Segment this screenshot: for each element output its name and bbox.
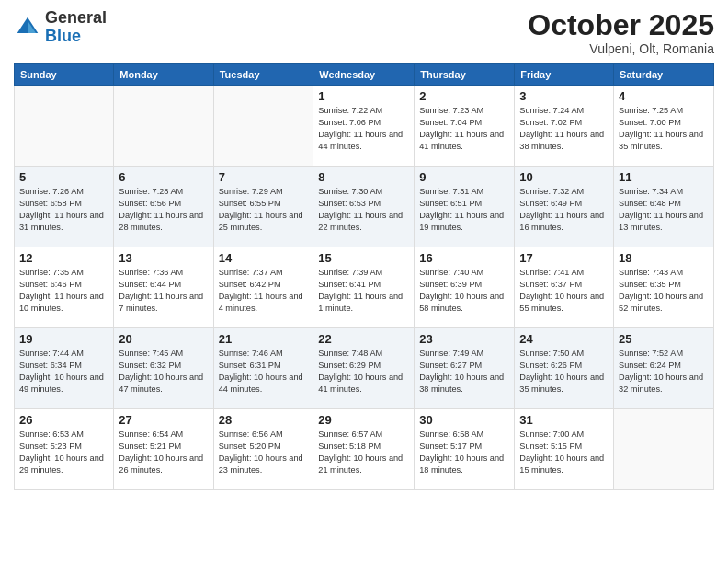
day-number: 8 [318,170,409,184]
day-number: 2 [419,89,509,103]
calendar-day-cell: 18Sunrise: 7:43 AM Sunset: 6:35 PM Dayli… [614,247,714,328]
day-info: Sunrise: 7:46 AM Sunset: 6:31 PM Dayligh… [219,348,309,396]
calendar-header-row: Sunday Monday Tuesday Wednesday Thursday… [15,64,714,86]
day-info: Sunrise: 7:24 AM Sunset: 7:02 PM Dayligh… [519,105,609,153]
calendar-day-cell: 12Sunrise: 7:35 AM Sunset: 6:46 PM Dayli… [15,247,114,328]
logo-blue-text: Blue [45,28,107,46]
day-number: 28 [219,413,309,427]
day-number: 14 [219,251,309,265]
calendar-day-cell: 30Sunrise: 6:58 AM Sunset: 5:17 PM Dayli… [415,409,515,490]
location-subtitle: Vulpeni, Olt, Romania [528,41,714,56]
col-monday: Monday [114,64,213,86]
calendar-day-cell: 9Sunrise: 7:31 AM Sunset: 6:51 PM Daylig… [415,167,515,247]
day-number: 25 [619,332,709,346]
day-number: 7 [219,170,309,184]
day-number: 21 [219,332,309,346]
title-block: October 2025 Vulpeni, Olt, Romania [528,9,714,56]
day-info: Sunrise: 7:31 AM Sunset: 6:51 PM Dayligh… [419,186,509,234]
day-number: 23 [419,332,509,346]
col-saturday: Saturday [614,64,714,86]
day-number: 10 [519,170,609,184]
day-info: Sunrise: 7:22 AM Sunset: 7:06 PM Dayligh… [318,105,409,153]
day-number: 26 [19,413,108,427]
calendar-day-cell: 7Sunrise: 7:29 AM Sunset: 6:55 PM Daylig… [213,167,313,247]
calendar-day-cell: 26Sunrise: 6:53 AM Sunset: 5:23 PM Dayli… [15,409,114,490]
day-info: Sunrise: 7:30 AM Sunset: 6:53 PM Dayligh… [318,186,409,234]
logo: General Blue [14,9,107,46]
calendar-day-cell: 31Sunrise: 7:00 AM Sunset: 5:15 PM Dayli… [515,409,614,490]
logo-icon [14,14,41,41]
day-number: 15 [318,251,409,265]
day-info: Sunrise: 7:32 AM Sunset: 6:49 PM Dayligh… [519,186,609,234]
day-info: Sunrise: 6:57 AM Sunset: 5:18 PM Dayligh… [318,429,409,477]
col-wednesday: Wednesday [313,64,415,86]
day-number: 24 [519,332,609,346]
day-info: Sunrise: 7:35 AM Sunset: 6:46 PM Dayligh… [19,267,108,315]
calendar-table: Sunday Monday Tuesday Wednesday Thursday… [14,63,714,490]
day-number: 3 [519,89,609,103]
day-info: Sunrise: 6:53 AM Sunset: 5:23 PM Dayligh… [19,429,108,477]
page-header: General Blue October 2025 Vulpeni, Olt, … [14,9,714,56]
day-number: 12 [19,251,108,265]
calendar-day-cell: 15Sunrise: 7:39 AM Sunset: 6:41 PM Dayli… [313,247,415,328]
day-info: Sunrise: 7:29 AM Sunset: 6:55 PM Dayligh… [219,186,309,234]
calendar-day-cell: 22Sunrise: 7:48 AM Sunset: 6:29 PM Dayli… [313,328,415,409]
calendar-day-cell: 6Sunrise: 7:28 AM Sunset: 6:56 PM Daylig… [114,167,213,247]
day-number: 20 [119,332,208,346]
day-info: Sunrise: 7:50 AM Sunset: 6:26 PM Dayligh… [519,348,609,396]
calendar-day-cell [614,409,714,490]
day-info: Sunrise: 7:43 AM Sunset: 6:35 PM Dayligh… [619,267,709,315]
day-number: 6 [119,170,208,184]
day-info: Sunrise: 7:36 AM Sunset: 6:44 PM Dayligh… [119,267,208,315]
calendar-day-cell: 21Sunrise: 7:46 AM Sunset: 6:31 PM Dayli… [213,328,313,409]
day-info: Sunrise: 7:41 AM Sunset: 6:37 PM Dayligh… [519,267,609,315]
calendar-day-cell: 23Sunrise: 7:49 AM Sunset: 6:27 PM Dayli… [415,328,515,409]
day-number: 30 [419,413,509,427]
day-number: 31 [519,413,609,427]
day-info: Sunrise: 6:56 AM Sunset: 5:20 PM Dayligh… [219,429,309,477]
month-title: October 2025 [528,9,714,41]
day-info: Sunrise: 7:26 AM Sunset: 6:58 PM Dayligh… [19,186,108,234]
calendar-day-cell: 5Sunrise: 7:26 AM Sunset: 6:58 PM Daylig… [15,167,114,247]
day-info: Sunrise: 7:37 AM Sunset: 6:42 PM Dayligh… [219,267,309,315]
calendar-day-cell: 29Sunrise: 6:57 AM Sunset: 5:18 PM Dayli… [313,409,415,490]
day-number: 16 [419,251,509,265]
calendar-week-row: 26Sunrise: 6:53 AM Sunset: 5:23 PM Dayli… [15,409,714,490]
calendar-day-cell: 28Sunrise: 6:56 AM Sunset: 5:20 PM Dayli… [213,409,313,490]
calendar-day-cell [213,86,313,167]
day-info: Sunrise: 7:34 AM Sunset: 6:48 PM Dayligh… [619,186,709,234]
calendar-day-cell: 20Sunrise: 7:45 AM Sunset: 6:32 PM Dayli… [114,328,213,409]
day-info: Sunrise: 7:48 AM Sunset: 6:29 PM Dayligh… [318,348,409,396]
day-number: 29 [318,413,409,427]
day-number: 5 [19,170,108,184]
col-sunday: Sunday [15,64,114,86]
calendar-day-cell: 11Sunrise: 7:34 AM Sunset: 6:48 PM Dayli… [614,167,714,247]
calendar-day-cell [15,86,114,167]
day-info: Sunrise: 7:39 AM Sunset: 6:41 PM Dayligh… [318,267,409,315]
col-tuesday: Tuesday [213,64,313,86]
calendar-day-cell: 2Sunrise: 7:23 AM Sunset: 7:04 PM Daylig… [415,86,515,167]
day-info: Sunrise: 6:58 AM Sunset: 5:17 PM Dayligh… [419,429,509,477]
calendar-day-cell: 14Sunrise: 7:37 AM Sunset: 6:42 PM Dayli… [213,247,313,328]
day-info: Sunrise: 7:44 AM Sunset: 6:34 PM Dayligh… [19,348,108,396]
day-info: Sunrise: 7:28 AM Sunset: 6:56 PM Dayligh… [119,186,208,234]
day-info: Sunrise: 7:45 AM Sunset: 6:32 PM Dayligh… [119,348,208,396]
calendar-day-cell: 17Sunrise: 7:41 AM Sunset: 6:37 PM Dayli… [515,247,614,328]
day-info: Sunrise: 7:23 AM Sunset: 7:04 PM Dayligh… [419,105,509,153]
day-info: Sunrise: 6:54 AM Sunset: 5:21 PM Dayligh… [119,429,208,477]
day-number: 13 [119,251,208,265]
day-info: Sunrise: 7:25 AM Sunset: 7:00 PM Dayligh… [619,105,709,153]
calendar-day-cell: 27Sunrise: 6:54 AM Sunset: 5:21 PM Dayli… [114,409,213,490]
day-number: 17 [519,251,609,265]
day-number: 1 [318,89,409,103]
day-number: 18 [619,251,709,265]
col-thursday: Thursday [415,64,515,86]
logo-general-text: General [45,9,107,28]
calendar-week-row: 5Sunrise: 7:26 AM Sunset: 6:58 PM Daylig… [15,167,714,247]
calendar-day-cell: 25Sunrise: 7:52 AM Sunset: 6:24 PM Dayli… [614,328,714,409]
calendar-day-cell: 8Sunrise: 7:30 AM Sunset: 6:53 PM Daylig… [313,167,415,247]
day-number: 22 [318,332,409,346]
day-number: 19 [19,332,108,346]
calendar-week-row: 12Sunrise: 7:35 AM Sunset: 6:46 PM Dayli… [15,247,714,328]
col-friday: Friday [515,64,614,86]
